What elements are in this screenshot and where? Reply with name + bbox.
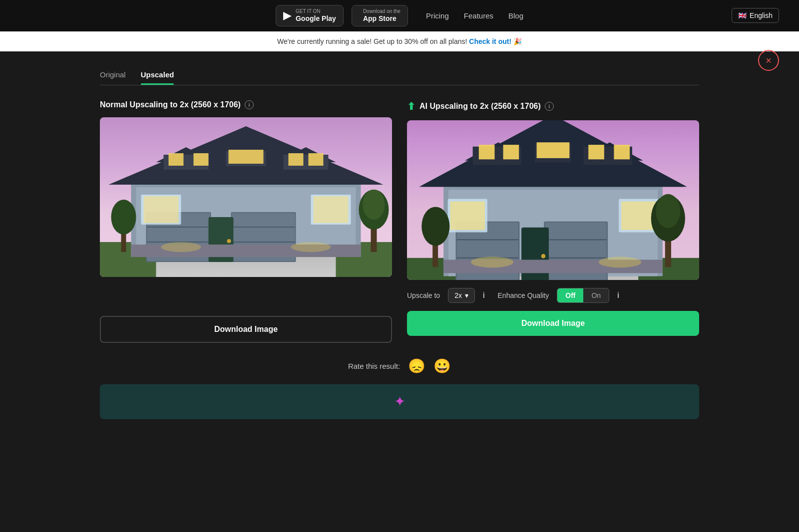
enhance-on-button[interactable]: On [583,288,609,302]
tab-original[interactable]: Original [100,66,126,85]
enhance-info-icon[interactable]: i [617,291,619,300]
upscale-value: 2x [454,291,462,299]
normal-info-icon[interactable]: i [245,100,254,109]
svg-rect-59 [479,145,495,159]
svg-rect-66 [588,145,604,159]
ai-image-container [407,120,699,280]
tab-upscaled[interactable]: Upscaled [141,66,174,85]
comparison-grid: Normal Upscaling to 2x (2560 x 1706) i [100,100,699,343]
ai-info-icon[interactable]: i [545,102,554,111]
svg-rect-20 [194,153,209,166]
rating-label: Rate this result: [348,362,400,370]
enhance-quality-label: Enhance Quality [498,291,549,299]
upscale-select[interactable]: 2x ▾ [448,288,475,303]
google-play-small-text: GET IT ON [296,8,336,14]
main-content: Original Upscaled Normal Upscaling to 2x… [80,51,719,434]
svg-point-54 [541,254,546,259]
ai-controls: Upscale to 2x ▾ i Enhance Quality Off On… [407,288,699,303]
upscale-info-icon[interactable]: i [483,291,485,300]
svg-point-38 [161,242,201,252]
ai-panel-title: ⬆ AI Upscaling to 2x (2560 x 1706) i [407,100,699,112]
svg-rect-60 [503,145,519,159]
features-link[interactable]: Features [464,11,493,20]
svg-rect-26 [289,153,304,166]
svg-point-14 [227,239,231,243]
bottom-banner: ✦ [100,384,699,419]
enhance-toggle: Off On [557,288,609,303]
google-play-button[interactable]: ▶ GET IT ON Google Play [276,5,344,26]
app-store-big-text: App Store [363,14,400,23]
upscale-to-label: Upscale to [407,291,440,299]
main-nav: Pricing Features Blog [426,11,523,20]
svg-rect-71 [450,201,485,230]
svg-point-36 [111,200,136,235]
flag-icon: 🇬🇧 [738,11,747,19]
svg-rect-67 [614,145,630,159]
svg-rect-70 [621,201,656,230]
banner-text: We're currently running a sale! Get up t… [277,37,467,45]
google-play-big-text: Google Play [296,14,336,23]
svg-point-76 [421,207,449,246]
svg-rect-19 [169,153,184,166]
normal-image-container [100,117,392,277]
svg-point-78 [471,257,513,267]
language-label: English [750,11,773,19]
app-store-small-text: Download on the [363,8,400,14]
svg-rect-63 [537,142,570,158]
close-button[interactable]: × [758,50,779,71]
close-icon: × [766,55,772,66]
sale-banner: We're currently running a sale! Get up t… [0,31,799,51]
tabs-container: Original Upscaled [100,66,699,85]
expand-icon: ✦ [394,393,405,410]
happy-rating-button[interactable]: 😀 [433,358,451,374]
blog-link[interactable]: Blog [508,11,523,20]
svg-point-74 [656,194,680,228]
svg-rect-30 [314,196,349,223]
ai-upscale-icon: ⬆ [407,100,415,112]
svg-point-39 [291,242,331,252]
ai-upscale-panel: ⬆ AI Upscaling to 2x (2560 x 1706) i [407,100,699,343]
svg-point-79 [599,257,641,267]
svg-rect-27 [309,153,324,166]
app-store-button[interactable]: Download on the App Store [352,5,408,26]
ai-download-button[interactable]: Download Image [407,311,699,336]
sad-rating-button[interactable]: 😞 [408,358,425,374]
svg-rect-31 [144,196,179,223]
enhance-off-button[interactable]: Off [557,288,583,302]
banner-link[interactable]: Check it out! 🎉 [469,37,522,45]
svg-rect-23 [229,150,264,164]
google-play-icon: ▶ [283,9,292,22]
normal-title-text: Normal Upscaling to 2x (2560 x 1706) [100,100,241,109]
svg-point-34 [363,190,385,220]
ai-title-text: AI Upscaling to 2x (2560 x 1706) [419,102,541,111]
normal-upscale-panel: Normal Upscaling to 2x (2560 x 1706) i [100,100,392,343]
dropdown-chevron-icon: ▾ [465,291,468,299]
normal-house-image [100,117,392,277]
rating-section: Rate this result: 😞 😀 [100,358,699,374]
normal-download-button[interactable]: Download Image [100,316,392,343]
normal-panel-title: Normal Upscaling to 2x (2560 x 1706) i [100,100,392,109]
pricing-link[interactable]: Pricing [426,11,449,20]
ai-house-image [407,120,699,280]
header: ▶ GET IT ON Google Play Download on the … [0,0,799,31]
language-button[interactable]: 🇬🇧 English [732,8,779,23]
